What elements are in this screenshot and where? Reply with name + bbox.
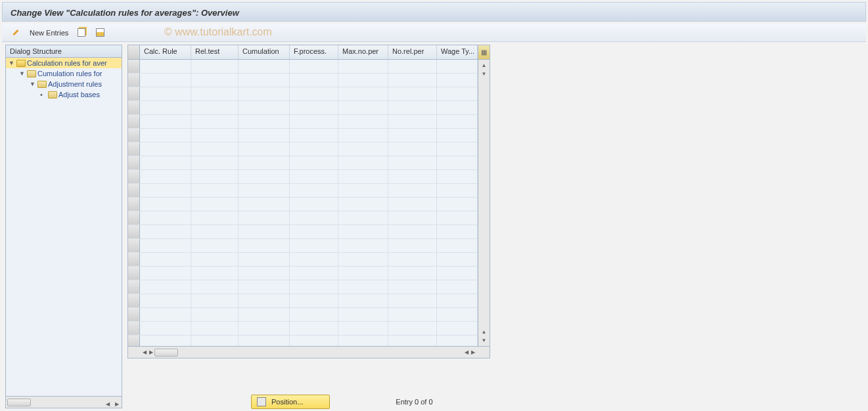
table-cell[interactable] bbox=[437, 239, 478, 252]
table-cell[interactable] bbox=[140, 322, 191, 335]
table-cell[interactable] bbox=[290, 60, 338, 73]
table-cell[interactable] bbox=[388, 280, 437, 293]
table-cell[interactable] bbox=[191, 267, 239, 280]
table-cell[interactable] bbox=[290, 335, 338, 346]
table-cell[interactable] bbox=[191, 115, 239, 128]
table-cell[interactable] bbox=[388, 184, 437, 197]
table-cell[interactable] bbox=[239, 253, 290, 266]
row-selector[interactable] bbox=[128, 294, 140, 307]
table-cell[interactable] bbox=[140, 211, 191, 225]
table-cell[interactable] bbox=[140, 156, 191, 169]
delimit-button[interactable] bbox=[93, 27, 108, 39]
scroll-left-icon[interactable]: ◀ bbox=[104, 401, 111, 407]
scroll-right-icon[interactable]: ▶ bbox=[470, 349, 476, 355]
table-cell[interactable] bbox=[290, 267, 338, 280]
table-cell[interactable] bbox=[191, 253, 239, 266]
table-cell[interactable] bbox=[239, 322, 290, 335]
select-all-button[interactable] bbox=[128, 45, 140, 59]
row-selector[interactable] bbox=[128, 239, 140, 252]
table-cell[interactable] bbox=[191, 198, 239, 211]
table-cell[interactable] bbox=[191, 101, 239, 114]
scroll-down-icon[interactable]: ▼ bbox=[482, 336, 487, 345]
toggle-change-button[interactable] bbox=[9, 27, 23, 39]
table-cell[interactable] bbox=[388, 211, 437, 225]
table-cell[interactable] bbox=[290, 156, 338, 169]
table-cell[interactable] bbox=[437, 170, 478, 183]
table-cell[interactable] bbox=[140, 267, 191, 280]
table-cell[interactable] bbox=[191, 156, 239, 169]
table-cell[interactable] bbox=[437, 225, 478, 238]
column-header[interactable]: Cumulation bbox=[239, 45, 290, 59]
table-cell[interactable] bbox=[388, 322, 437, 335]
table-cell[interactable] bbox=[239, 294, 290, 307]
scrollbar-thumb[interactable] bbox=[7, 399, 31, 406]
table-cell[interactable] bbox=[437, 322, 478, 335]
table-cell[interactable] bbox=[338, 280, 388, 293]
table-cell[interactable] bbox=[239, 115, 290, 128]
table-cell[interactable] bbox=[338, 308, 388, 321]
table-cell[interactable] bbox=[388, 170, 437, 183]
table-cell[interactable] bbox=[140, 142, 191, 156]
table-cell[interactable] bbox=[388, 115, 437, 128]
table-cell[interactable] bbox=[140, 74, 191, 87]
row-selector[interactable] bbox=[128, 129, 140, 142]
table-cell[interactable] bbox=[191, 211, 239, 225]
table-cell[interactable] bbox=[290, 184, 338, 197]
table-cell[interactable] bbox=[437, 129, 478, 142]
table-cell[interactable] bbox=[290, 170, 338, 183]
table-cell[interactable] bbox=[388, 198, 437, 211]
table-cell[interactable] bbox=[338, 115, 388, 128]
table-cell[interactable] bbox=[388, 335, 437, 346]
row-selector[interactable] bbox=[128, 156, 140, 169]
scrollbar-thumb[interactable] bbox=[154, 349, 178, 357]
table-cell[interactable] bbox=[239, 239, 290, 252]
table-cell[interactable] bbox=[437, 267, 478, 280]
table-cell[interactable] bbox=[191, 239, 239, 252]
new-entries-button[interactable]: New Entries bbox=[27, 28, 71, 38]
column-header[interactable]: No.rel.per bbox=[388, 45, 437, 59]
table-cell[interactable] bbox=[191, 294, 239, 307]
table-cell[interactable] bbox=[388, 129, 437, 142]
table-cell[interactable] bbox=[338, 335, 388, 346]
table-cell[interactable] bbox=[437, 87, 478, 100]
table-cell[interactable] bbox=[388, 142, 437, 156]
table-cell[interactable] bbox=[338, 170, 388, 183]
copy-button[interactable] bbox=[75, 27, 89, 39]
table-cell[interactable] bbox=[239, 198, 290, 211]
table-cell[interactable] bbox=[140, 253, 191, 266]
row-selector[interactable] bbox=[128, 184, 140, 197]
row-selector[interactable] bbox=[128, 101, 140, 114]
column-header[interactable]: Wage Ty... bbox=[437, 45, 478, 59]
scroll-left-icon[interactable]: ◀ bbox=[463, 349, 470, 355]
table-cell[interactable] bbox=[191, 184, 239, 197]
table-cell[interactable] bbox=[239, 129, 290, 142]
table-cell[interactable] bbox=[290, 239, 338, 252]
table-cell[interactable] bbox=[191, 87, 239, 100]
tree-horizontal-scrollbar[interactable]: ◀ ▶ bbox=[5, 397, 122, 408]
table-cell[interactable] bbox=[290, 225, 338, 238]
row-selector[interactable] bbox=[128, 225, 140, 238]
table-cell[interactable] bbox=[437, 198, 478, 211]
table-cell[interactable] bbox=[140, 170, 191, 183]
table-cell[interactable] bbox=[290, 211, 338, 225]
table-cell[interactable] bbox=[437, 211, 478, 225]
row-selector[interactable] bbox=[128, 322, 140, 335]
row-selector[interactable] bbox=[128, 87, 140, 100]
table-cell[interactable] bbox=[239, 335, 290, 346]
column-header[interactable]: F.process. bbox=[290, 45, 338, 59]
table-cell[interactable] bbox=[191, 170, 239, 183]
table-cell[interactable] bbox=[239, 280, 290, 293]
table-cell[interactable] bbox=[437, 142, 478, 156]
column-header[interactable]: Max.no.per bbox=[338, 45, 388, 59]
table-cell[interactable] bbox=[437, 335, 478, 346]
scroll-up-icon[interactable]: ▲ bbox=[482, 61, 487, 70]
position-button[interactable]: Position... bbox=[251, 395, 330, 409]
table-cell[interactable] bbox=[290, 294, 338, 307]
table-cell[interactable] bbox=[338, 129, 388, 142]
table-cell[interactable] bbox=[239, 101, 290, 114]
table-cell[interactable] bbox=[140, 87, 191, 100]
table-cell[interactable] bbox=[191, 335, 239, 346]
table-cell[interactable] bbox=[239, 142, 290, 156]
table-cell[interactable] bbox=[338, 142, 388, 156]
table-cell[interactable] bbox=[290, 253, 338, 266]
